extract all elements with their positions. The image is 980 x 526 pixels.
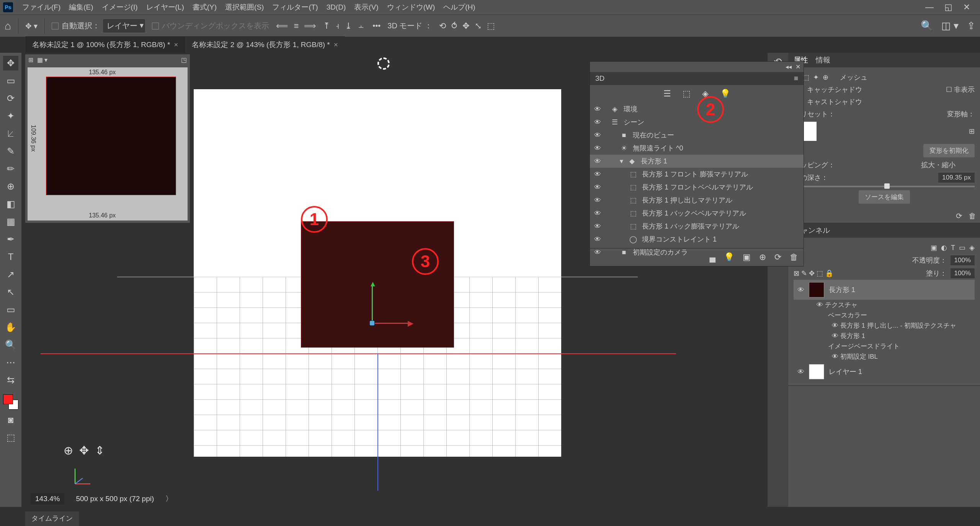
- close-icon[interactable]: ✕: [795, 63, 800, 70]
- 3d-list-item[interactable]: 👁☰シーン: [590, 116, 804, 129]
- nav-icon[interactable]: ⊞: [28, 56, 33, 64]
- close-icon[interactable]: ×: [174, 41, 178, 49]
- filter-type-icon[interactable]: T: [951, 244, 955, 252]
- render-icon[interactable]: ⟳: [956, 211, 962, 221]
- visibility-icon[interactable]: 👁: [594, 222, 601, 230]
- window-close-icon[interactable]: ✕: [963, 2, 970, 12]
- align-middle-icon[interactable]: ⫞: [335, 21, 340, 31]
- trash-icon[interactable]: 🗑: [969, 212, 976, 221]
- align-top-icon[interactable]: ⤒: [323, 21, 330, 31]
- workspace-icon[interactable]: ◫ ▾: [941, 20, 959, 32]
- 3d-list-item[interactable]: 👁⬚長方形 1 バックベベルマテリアル: [590, 207, 804, 220]
- menu-layer[interactable]: レイヤー(L): [142, 1, 188, 14]
- color-swatches[interactable]: [3, 394, 18, 410]
- nav-dropdown-icon[interactable]: ▦ ▾: [37, 56, 47, 64]
- menu-filter[interactable]: フィルター(T): [268, 1, 322, 14]
- layer-sub[interactable]: 👁 初期設定 IBL: [794, 351, 975, 362]
- render-icon[interactable]: ⟳: [774, 252, 781, 262]
- home-icon[interactable]: ⌂: [5, 20, 11, 32]
- doc-tab-1[interactable]: 名称未設定 1 @ 100% (長方形 1, RGB/8) *×: [25, 36, 185, 53]
- origin-icon[interactable]: [369, 320, 375, 326]
- brush-tool[interactable]: ✏: [3, 162, 18, 176]
- x-axis-icon[interactable]: [374, 323, 408, 324]
- menu-image[interactable]: イメージ(I): [98, 1, 142, 14]
- tab-info[interactable]: 情報: [816, 55, 830, 65]
- visibility-icon[interactable]: 👁: [594, 118, 601, 126]
- rect-tool[interactable]: ▭: [3, 302, 18, 317]
- distribute-icon[interactable]: ⫠: [357, 21, 366, 31]
- zoom-tool[interactable]: 🔍: [3, 338, 18, 352]
- 3d-list-item[interactable]: 👁⬚長方形 1 フロント 膨張マテリアル: [590, 168, 804, 181]
- layer-thumb[interactable]: [809, 364, 824, 379]
- move-tool[interactable]: ✥: [3, 56, 18, 70]
- navigator-thumb[interactable]: [46, 77, 176, 195]
- filter-img-icon[interactable]: ▣: [931, 243, 937, 252]
- visibility-icon[interactable]: 👁: [594, 248, 601, 256]
- layer-name[interactable]: 長方形 1: [829, 285, 855, 294]
- menu-help[interactable]: ヘルプ(H): [439, 1, 479, 14]
- layer-thumb[interactable]: [809, 282, 824, 297]
- layer-rect1[interactable]: 👁長方形 1: [794, 280, 975, 300]
- filter-adj-icon[interactable]: ◐: [941, 243, 947, 252]
- menu-select[interactable]: 選択範囲(S): [221, 1, 268, 14]
- 3d-tab[interactable]: 3D: [595, 74, 604, 83]
- 3d-panel[interactable]: ◂◂✕ 3D≡ ☰ ⬚ ◈ 💡 👁◈環境👁☰シーン👁■現在のビュー👁☀無限遠ライ…: [590, 61, 804, 266]
- light-icon[interactable]: 💡: [724, 252, 734, 262]
- visibility-icon[interactable]: 👁: [594, 183, 601, 191]
- window-minimize-icon[interactable]: —: [925, 2, 934, 12]
- window-maximize-icon[interactable]: ◱: [944, 2, 952, 12]
- align-right-icon[interactable]: ⟹: [304, 21, 316, 31]
- filter-scene-icon[interactable]: ☰: [663, 89, 671, 99]
- align-bottom-icon[interactable]: ⤓: [345, 21, 352, 31]
- visibility-icon[interactable]: 👁: [594, 235, 601, 243]
- visibility-icon[interactable]: 👁: [594, 196, 601, 204]
- 3d-list-item[interactable]: 👁⬚長方形 1 押し出しマテリアル: [590, 194, 804, 207]
- lock-icons[interactable]: ⊠ ✎ ✥ ⬚ 🔒: [794, 269, 833, 278]
- visibility-icon[interactable]: 👁: [594, 170, 601, 178]
- share-icon[interactable]: ⇪: [967, 20, 975, 32]
- screenmode-tool[interactable]: ⬚: [3, 430, 18, 445]
- filter-mesh-icon[interactable]: ⬚: [683, 89, 691, 99]
- layer-1[interactable]: 👁レイヤー 1: [794, 362, 975, 382]
- pan-icon[interactable]: ✥: [79, 444, 89, 457]
- slide-icon[interactable]: ⤡: [475, 21, 482, 31]
- edit-toolbar-icon[interactable]: ⋯: [3, 355, 18, 370]
- navigator-view[interactable]: 135.46 px 135.46 px 109.36 px: [28, 67, 188, 221]
- new-icon[interactable]: ⊕: [759, 252, 766, 262]
- stamp-tool[interactable]: ⊕: [3, 179, 18, 194]
- camera-icon[interactable]: ▣: [743, 252, 751, 262]
- align-left-icon[interactable]: ⟸: [276, 21, 288, 31]
- fill-value[interactable]: 100%: [951, 268, 975, 278]
- align-center-icon[interactable]: ≡: [294, 21, 299, 31]
- wand-tool[interactable]: ✦: [3, 109, 18, 123]
- 3d-list-item[interactable]: 👁☀無限遠ライト ^0: [590, 142, 804, 155]
- y-axis-icon[interactable]: [372, 286, 373, 321]
- 3d-list-item[interactable]: 👁◯境界コンストレイント 1: [590, 233, 804, 246]
- panel-menu-icon[interactable]: ≡: [794, 74, 798, 83]
- filter-shape-icon[interactable]: ▭: [959, 243, 965, 252]
- twisty-icon[interactable]: ▾: [620, 157, 623, 165]
- mapping-dropdown[interactable]: 拡大・縮小: [921, 160, 975, 170]
- visibility-icon[interactable]: 👁: [594, 144, 601, 152]
- trash-icon[interactable]: 🗑: [790, 252, 798, 262]
- search-icon[interactable]: 🔍: [921, 20, 933, 32]
- gradient-tool[interactable]: ▦: [3, 214, 18, 229]
- eraser-tool[interactable]: ◧: [3, 197, 18, 211]
- pen-tool[interactable]: ✒: [3, 232, 18, 247]
- layer-name[interactable]: レイヤー 1: [829, 367, 862, 376]
- axis-grid-icon[interactable]: ⊞: [969, 127, 975, 136]
- menu-type[interactable]: 書式(Y): [189, 1, 220, 14]
- zoom-field[interactable]: 143.4%: [31, 493, 64, 505]
- lasso-tool[interactable]: ⟳: [3, 91, 18, 106]
- 3d-list-item[interactable]: 👁⬚長方形 1 フロントベベルマテリアル: [590, 181, 804, 194]
- 3d-list-item[interactable]: 👁◈環境: [590, 103, 804, 116]
- quickmask-tool[interactable]: ◙: [3, 413, 18, 427]
- visibility-icon[interactable]: 👁: [797, 286, 804, 294]
- crop-tool[interactable]: ⟀: [3, 126, 18, 141]
- depth-slider[interactable]: [884, 183, 890, 189]
- path-tool[interactable]: ↗: [3, 267, 18, 282]
- layer-sub[interactable]: ベースカラー: [794, 310, 975, 320]
- orbit-icon[interactable]: ⊕: [64, 444, 73, 457]
- reset-transform-button[interactable]: 変形を初期化: [923, 144, 975, 157]
- opacity-value[interactable]: 100%: [951, 255, 975, 265]
